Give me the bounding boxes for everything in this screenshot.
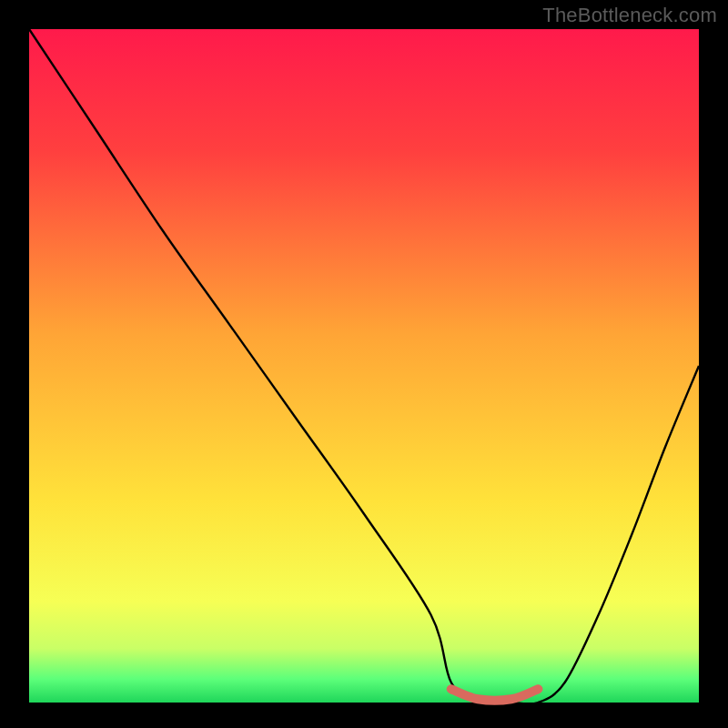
plot-background [29,29,699,703]
watermark-text: TheBottleneck.com [542,4,717,27]
bottleneck-chart [0,0,728,728]
